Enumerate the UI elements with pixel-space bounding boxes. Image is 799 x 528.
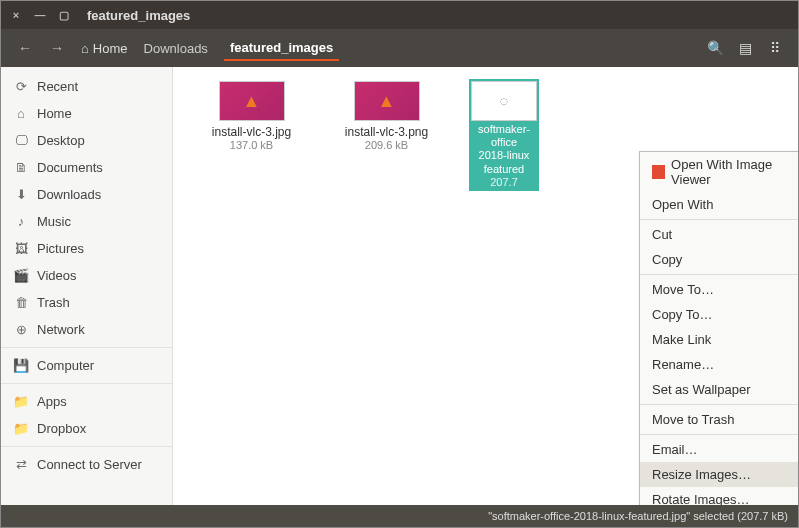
breadcrumb-home-label: Home: [93, 41, 128, 56]
documents-icon: 🗎: [13, 160, 29, 175]
file-size-line: 207.7: [473, 176, 535, 189]
cm-label: Open With: [652, 197, 713, 212]
sidebar-item-downloads[interactable]: ⬇Downloads: [1, 181, 172, 208]
search-icon[interactable]: 🔍: [700, 40, 730, 56]
file-thumbnail: ▲: [219, 81, 285, 121]
window-title: featured_images: [87, 8, 190, 23]
videos-icon: 🎬: [13, 268, 29, 283]
sidebar-item-network[interactable]: ⊕Network: [1, 316, 172, 343]
music-icon: ♪: [13, 214, 29, 229]
cm-copy[interactable]: Copy: [640, 247, 798, 272]
cm-open-default[interactable]: Open With Image Viewer: [640, 152, 798, 192]
sidebar-item-dropbox[interactable]: 📁Dropbox: [1, 415, 172, 442]
cm-copy-to[interactable]: Copy To…: [640, 302, 798, 327]
cm-rename[interactable]: Rename…: [640, 352, 798, 377]
sidebar-item-label: Connect to Server: [37, 457, 142, 472]
back-button[interactable]: ←: [13, 40, 37, 56]
forward-button[interactable]: →: [45, 40, 69, 56]
sidebar-item-documents[interactable]: 🗎Documents: [1, 154, 172, 181]
sidebar-item-label: Home: [37, 106, 72, 121]
cm-open-with[interactable]: Open With▸: [640, 192, 798, 217]
cm-label: Copy To…: [652, 307, 712, 322]
network-icon: ⊕: [13, 322, 29, 337]
cm-email[interactable]: Email…: [640, 437, 798, 462]
cm-set-wallpaper[interactable]: Set as Wallpaper: [640, 377, 798, 402]
context-menu: Open With Image Viewer Open With▸ Cut Co…: [639, 151, 798, 505]
cm-label: Make Link: [652, 332, 711, 347]
sidebar-item-label: Computer: [37, 358, 94, 373]
titlebar: × ― ▢ featured_images: [1, 1, 798, 29]
sidebar-item-connect-server[interactable]: ⇄Connect to Server: [1, 451, 172, 478]
cm-label: Rotate Images…: [652, 492, 750, 505]
file-name-line: 2018-linux: [473, 149, 535, 162]
cm-label: Cut: [652, 227, 672, 242]
cm-rotate-images[interactable]: Rotate Images…: [640, 487, 798, 505]
sidebar-item-music[interactable]: ♪Music: [1, 208, 172, 235]
menu-icon[interactable]: ⠿: [760, 40, 790, 56]
sidebar-item-label: Pictures: [37, 241, 84, 256]
sidebar-item-desktop[interactable]: 🖵Desktop: [1, 127, 172, 154]
home-folder-icon: ⌂: [13, 106, 29, 121]
sidebar-item-label: Network: [37, 322, 85, 337]
home-icon: ⌂: [81, 41, 89, 56]
folder-icon: 📁: [13, 394, 29, 409]
sidebar-item-label: Desktop: [37, 133, 85, 148]
sidebar-item-videos[interactable]: 🎬Videos: [1, 262, 172, 289]
sidebar-item-label: Downloads: [37, 187, 101, 202]
content-area[interactable]: ▲ install-vlc-3.jpg 137.0 kB ▲ install-v…: [173, 67, 798, 505]
sidebar-item-label: Music: [37, 214, 71, 229]
sidebar-item-label: Videos: [37, 268, 77, 283]
file-item-selected[interactable]: ◌ softmaker-office 2018-linux featured 2…: [469, 81, 539, 191]
recent-icon: ⟳: [13, 79, 29, 94]
file-name-line: softmaker-office: [473, 123, 535, 149]
file-item[interactable]: ▲ install-vlc-3.jpg 137.0 kB: [199, 81, 304, 191]
connect-icon: ⇄: [13, 457, 29, 472]
maximize-icon[interactable]: ▢: [57, 8, 71, 22]
cm-make-link[interactable]: Make Link: [640, 327, 798, 352]
pictures-icon: 🖼: [13, 241, 29, 256]
statusbar: "softmaker-office-2018-linux-featured.jp…: [1, 505, 798, 527]
file-item[interactable]: ▲ install-vlc-3.png 209.6 kB: [334, 81, 439, 191]
cm-label: Move to Trash: [652, 412, 734, 427]
sidebar-item-recent[interactable]: ⟳Recent: [1, 73, 172, 100]
file-size: 209.6 kB: [365, 139, 408, 151]
file-size: 137.0 kB: [230, 139, 273, 151]
sidebar-item-home[interactable]: ⌂Home: [1, 100, 172, 127]
sidebar-item-label: Apps: [37, 394, 67, 409]
breadcrumb-home[interactable]: ⌂ Home: [81, 41, 128, 56]
sidebar-item-pictures[interactable]: 🖼Pictures: [1, 235, 172, 262]
sidebar-item-computer[interactable]: 💾Computer: [1, 352, 172, 379]
breadcrumb-current[interactable]: featured_images: [224, 36, 339, 61]
sidebar-item-label: Recent: [37, 79, 78, 94]
cm-label: Open With Image Viewer: [671, 157, 798, 187]
sidebar: ⟳Recent ⌂Home 🖵Desktop 🗎Documents ⬇Downl…: [1, 67, 173, 505]
sidebar-item-apps[interactable]: 📁Apps: [1, 388, 172, 415]
file-thumbnail: ▲: [354, 81, 420, 121]
cm-label: Set as Wallpaper: [652, 382, 751, 397]
file-name-selected: softmaker-office 2018-linux featured 207…: [469, 121, 539, 191]
minimize-icon[interactable]: ―: [33, 8, 47, 22]
cm-cut[interactable]: Cut: [640, 222, 798, 247]
file-name: install-vlc-3.jpg: [212, 125, 291, 139]
toolbar: ← → ⌂ Home Downloads featured_images 🔍 ▤…: [1, 29, 798, 67]
file-name-line: featured: [473, 163, 535, 176]
file-manager-window: × ― ▢ featured_images ← → ⌂ Home Downloa…: [0, 0, 799, 528]
trash-icon: 🗑: [13, 295, 29, 310]
cm-label: Rename…: [652, 357, 714, 372]
cm-label: Copy: [652, 252, 682, 267]
file-thumbnail: ◌: [471, 81, 537, 121]
cm-resize-images[interactable]: Resize Images…: [640, 462, 798, 487]
statusbar-text: "softmaker-office-2018-linux-featured.jp…: [488, 510, 788, 522]
sidebar-item-label: Dropbox: [37, 421, 86, 436]
cm-move-to[interactable]: Move To…: [640, 277, 798, 302]
desktop-icon: 🖵: [13, 133, 29, 148]
sidebar-item-trash[interactable]: 🗑Trash: [1, 289, 172, 316]
folder-icon: 📁: [13, 421, 29, 436]
breadcrumb-downloads[interactable]: Downloads: [138, 37, 214, 60]
view-mode-icon[interactable]: ▤: [730, 40, 760, 56]
close-icon[interactable]: ×: [9, 8, 23, 22]
downloads-icon: ⬇: [13, 187, 29, 202]
cm-move-trash[interactable]: Move to Trash: [640, 407, 798, 432]
cm-label: Resize Images…: [652, 467, 751, 482]
cm-label: Email…: [652, 442, 698, 457]
